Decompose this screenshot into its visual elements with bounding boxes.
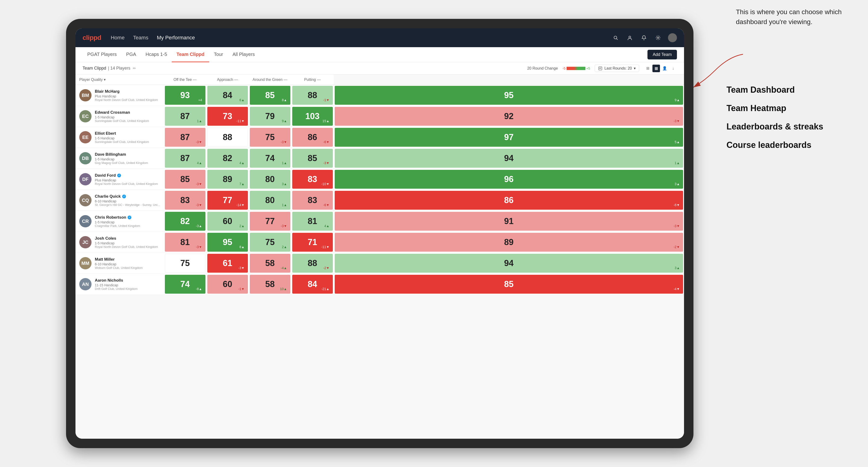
- score-cell: 799▲: [249, 106, 291, 127]
- verified-icon: ✓: [128, 216, 131, 219]
- nav-link-home[interactable]: Home: [111, 35, 125, 41]
- player-table: Player Quality ▾ Off the Tee — Approach …: [75, 74, 684, 295]
- player-name: David Ford✓: [95, 173, 160, 178]
- tablet-screen: clippd HomeTeamsMy Performance: [75, 28, 684, 439]
- score-cell: 83-3▼: [164, 190, 206, 211]
- tab-pgat-players[interactable]: PGAT Players: [83, 48, 121, 62]
- chart-view-button[interactable]: 👤: [661, 65, 669, 72]
- nav-bar: clippd HomeTeamsMy Performance: [75, 28, 684, 47]
- col-player-label: Player Quality ▾: [79, 77, 106, 82]
- score-cell: 803▲: [249, 169, 291, 190]
- player-cell[interactable]: CQCharlie Quick✓6-10 HandicapSt. George'…: [75, 190, 164, 211]
- export-button[interactable]: ↓: [670, 65, 677, 72]
- score-cell: 801▲: [249, 190, 291, 211]
- player-cell[interactable]: ECEdward Crossman1-5 HandicapSunningdale…: [75, 106, 164, 127]
- player-handicap: 1-5 Handicap: [95, 241, 160, 245]
- tablet-frame: clippd HomeTeamsMy Performance: [66, 19, 693, 448]
- change-neg: -5: [563, 66, 565, 70]
- score-value: 87: [181, 111, 190, 121]
- tab-pga[interactable]: PGA: [121, 48, 141, 62]
- score-delta: 4▲: [239, 161, 245, 165]
- nav-link-teams[interactable]: Teams: [133, 35, 148, 41]
- tab-hcaps-1-5[interactable]: Hcaps 1-5: [141, 48, 172, 62]
- user-icon[interactable]: [625, 33, 634, 42]
- player-cell[interactable]: CRChris Robertson✓1-5 HandicapCraigmilla…: [75, 211, 164, 232]
- player-avatar: BM: [79, 89, 92, 101]
- edit-icon[interactable]: ✏: [133, 66, 136, 70]
- settings-icon[interactable]: [654, 33, 662, 42]
- nav-links: HomeTeamsMy Performance: [111, 35, 611, 41]
- score-delta: 3▲: [675, 182, 680, 186]
- score-delta: 15▲: [322, 119, 329, 123]
- col-approach: Approach —: [206, 74, 249, 85]
- player-name: Chris Robertson✓: [95, 215, 160, 220]
- score-cell: 71-11▼: [291, 232, 334, 253]
- score-cell: 846▲: [206, 85, 249, 106]
- last-rounds-text: Last Rounds: 20: [604, 66, 632, 70]
- score-delta: 10▲: [280, 287, 287, 291]
- score-value: 77: [223, 195, 232, 205]
- score-cell: 958▲: [206, 232, 249, 253]
- svg-point-3: [657, 37, 659, 38]
- dashboard-option-team-heatmap[interactable]: Team Heatmap: [726, 103, 849, 113]
- player-club: Gog Magog Golf Club, United Kingdom: [95, 161, 160, 165]
- score-value: 83: [181, 195, 190, 205]
- player-club: Drift Golf Club, United Kingdom: [95, 287, 160, 290]
- nav-logo: clippd: [83, 34, 101, 41]
- score-value: 93: [181, 90, 190, 100]
- bell-icon[interactable]: [640, 33, 648, 42]
- change-bar: [566, 67, 585, 70]
- player-cell[interactable]: DBDave Billingham1-5 HandicapGog Magog G…: [75, 148, 164, 169]
- score-value: 79: [266, 111, 275, 121]
- player-cell[interactable]: MMMatt Miller6-10 HandicapWoburn Golf Cl…: [75, 253, 164, 274]
- score-value: 88: [223, 132, 232, 142]
- score-cell: 77-14▼: [206, 190, 249, 211]
- score-value: 82: [181, 216, 190, 226]
- player-name: Edward Crossman: [95, 110, 160, 115]
- user-avatar[interactable]: [668, 33, 677, 42]
- player-cell[interactable]: BMBlair McHargPlus HandicapRoyal North D…: [75, 85, 164, 106]
- score-value: 73: [223, 111, 232, 121]
- player-avatar: EC: [79, 110, 92, 122]
- player-cell[interactable]: EEElliot Ebert1-5 HandicapSunningdale Go…: [75, 127, 164, 148]
- score-cell: 858▲: [249, 85, 291, 106]
- score-value: 94: [504, 258, 514, 268]
- score-value: 92: [504, 111, 514, 121]
- dashboard-option-course-leaderboards[interactable]: Course leaderboards: [726, 140, 849, 150]
- score-cell: 5810▲: [249, 274, 291, 295]
- add-team-button[interactable]: Add Team: [647, 50, 677, 59]
- team-bar: Team Clippd | 14 Players ✏ 20 Round Chan…: [75, 62, 684, 74]
- nav-link-my-performance[interactable]: My Performance: [157, 35, 195, 41]
- dashboard-option-leaderboards--streaks[interactable]: Leaderboards & streaks: [726, 122, 849, 132]
- score-delta: 4▲: [324, 224, 330, 228]
- score-delta: -3▼: [674, 224, 680, 228]
- player-cell[interactable]: ANAaron Nicholls11-15 HandicapDrift Golf…: [75, 274, 164, 295]
- tab-team-clippd[interactable]: Team Clippd: [172, 48, 209, 62]
- annotation-text: This is where you can choose which dashb…: [736, 7, 849, 29]
- col-around-green: Around the Green —: [249, 74, 291, 85]
- search-icon[interactable]: [611, 33, 620, 42]
- team-bar-right: 20 Round Change -5 +5 Last Rounds: 20 ▾ …: [527, 65, 677, 72]
- list-view-button[interactable]: ▦: [652, 65, 660, 72]
- tab-tour[interactable]: Tour: [209, 48, 228, 62]
- player-handicap: 6-10 Handicap: [95, 199, 160, 203]
- score-value: 84: [223, 90, 232, 100]
- tab-all-players[interactable]: All Players: [228, 48, 259, 62]
- player-name: Aaron Nicholls: [95, 278, 160, 283]
- player-club: Royal North Devon Golf Club, United King…: [95, 182, 160, 186]
- score-cell: 897▲: [206, 169, 249, 190]
- table-row: ANAaron Nicholls11-15 HandicapDrift Golf…: [75, 274, 684, 295]
- player-cell[interactable]: JCJosh Coles1-5 HandicapRoyal North Devo…: [75, 232, 164, 253]
- player-cell[interactable]: DFDavid Ford✓Plus HandicapRoyal North De…: [75, 169, 164, 190]
- score-cell: 752▲: [249, 232, 291, 253]
- player-table-body: BMBlair McHargPlus HandicapRoyal North D…: [75, 85, 684, 295]
- table-row: ECEdward Crossman1-5 HandicapSunningdale…: [75, 106, 684, 127]
- score-cell: 741▲: [249, 148, 291, 169]
- table-row: CQCharlie Quick✓6-10 HandicapSt. George'…: [75, 190, 684, 211]
- score-delta: +4: [198, 98, 202, 102]
- score-value: 74: [181, 279, 190, 289]
- last-rounds-selector[interactable]: Last Rounds: 20 ▾: [595, 65, 639, 72]
- grid-view-button[interactable]: ⊞: [644, 65, 651, 72]
- annotation-arrow: [686, 52, 748, 90]
- score-value: 80: [266, 174, 275, 184]
